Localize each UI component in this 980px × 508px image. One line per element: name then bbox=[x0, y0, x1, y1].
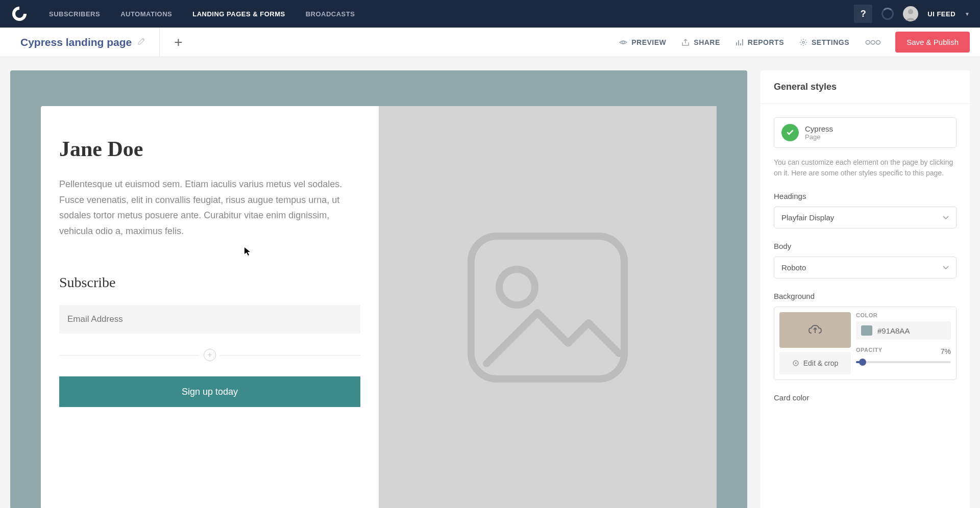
sidebar-title: General styles bbox=[761, 70, 970, 104]
logo[interactable] bbox=[10, 5, 29, 23]
image-placeholder-area[interactable] bbox=[379, 106, 717, 508]
image-placeholder-icon bbox=[466, 231, 629, 384]
nav-subscribers[interactable]: SUBSCRIBERS bbox=[49, 10, 100, 18]
body-value: Roboto bbox=[781, 263, 806, 272]
opacity-value: 7% bbox=[941, 347, 951, 355]
headings-select[interactable]: Playfair Display bbox=[774, 207, 957, 228]
sidebar-body: Cypress Page You can customize each elem… bbox=[761, 104, 970, 421]
email-input[interactable] bbox=[59, 305, 360, 334]
edit-crop-button[interactable]: Edit & crop bbox=[779, 352, 851, 374]
preview-button[interactable]: PREVIEW bbox=[619, 38, 666, 46]
loading-spinner-icon bbox=[881, 8, 894, 20]
color-label: COLOR bbox=[856, 312, 951, 318]
chart-icon bbox=[736, 38, 744, 46]
subscribe-button[interactable]: Sign up today bbox=[59, 376, 360, 407]
chevron-down-icon bbox=[943, 216, 949, 220]
reports-label: REPORTS bbox=[748, 38, 784, 46]
svg-point-1 bbox=[622, 41, 625, 43]
reports-button[interactable]: REPORTS bbox=[736, 38, 784, 46]
page-title: Cypress landing page bbox=[20, 36, 132, 48]
settings-button[interactable]: SETTINGS bbox=[799, 38, 849, 46]
add-page-button[interactable]: + bbox=[174, 34, 182, 50]
card: Jane Doe Pellentesque ut euismod sem. Et… bbox=[41, 106, 717, 508]
card-left: Jane Doe Pellentesque ut euismod sem. Et… bbox=[41, 106, 379, 508]
opacity-label: OPACITY bbox=[856, 347, 883, 353]
edit-title-icon[interactable] bbox=[138, 38, 145, 47]
svg-point-0 bbox=[908, 9, 913, 14]
sub-header: Cypress landing page + PREVIEW SHARE REP… bbox=[0, 28, 980, 57]
add-field-button[interactable]: + bbox=[204, 349, 216, 361]
user-menu[interactable]: UI FEED bbox=[927, 10, 955, 18]
chevron-down-icon[interactable]: ▼ bbox=[965, 11, 970, 17]
save-publish-button[interactable]: Save & Publish bbox=[895, 32, 970, 53]
color-swatch bbox=[861, 325, 872, 336]
gear-icon bbox=[799, 38, 807, 46]
color-input[interactable]: #91A8AA bbox=[856, 321, 951, 340]
svg-point-4 bbox=[499, 269, 535, 305]
card-body-text[interactable]: Pellentesque ut euismod sem. Etiam iacul… bbox=[59, 176, 360, 239]
card-color-label: Card color bbox=[774, 393, 957, 402]
help-button[interactable]: ? bbox=[854, 5, 872, 23]
hint-text: You can customize each element on the pa… bbox=[774, 157, 957, 179]
sidebar: General styles Cypress Page You can cust… bbox=[761, 70, 970, 508]
share-label: SHARE bbox=[694, 38, 720, 46]
nav-landing-pages[interactable]: LANDING PAGES & FORMS bbox=[192, 10, 285, 18]
cursor-icon bbox=[244, 247, 251, 256]
nav-right: ? UI FEED ▼ bbox=[854, 5, 970, 23]
upload-icon bbox=[808, 324, 822, 336]
header-actions: PREVIEW SHARE REPORTS SETTINGS ○○○ Save … bbox=[619, 32, 970, 53]
divider bbox=[159, 28, 160, 57]
check-icon bbox=[781, 124, 799, 141]
edit-crop-label: Edit & crop bbox=[803, 359, 838, 367]
svg-point-2 bbox=[802, 41, 804, 43]
avatar[interactable] bbox=[903, 6, 918, 21]
more-button[interactable]: ○○○ bbox=[865, 36, 880, 48]
nav-automations[interactable]: AUTOMATIONS bbox=[120, 10, 172, 18]
background-section: Edit & crop COLOR #91A8AA OPACITY 7% bbox=[774, 307, 957, 380]
template-sub: Page bbox=[805, 133, 833, 141]
slider-knob[interactable] bbox=[859, 359, 866, 366]
headings-label: Headings bbox=[774, 192, 957, 200]
template-name: Cypress bbox=[805, 124, 833, 133]
body-label: Body bbox=[774, 242, 957, 250]
target-icon bbox=[792, 360, 799, 367]
subscribe-heading[interactable]: Subscribe bbox=[59, 274, 360, 291]
opacity-slider[interactable] bbox=[856, 361, 951, 363]
settings-label: SETTINGS bbox=[812, 38, 849, 46]
add-field-divider: + bbox=[59, 349, 360, 361]
canvas[interactable]: Jane Doe Pellentesque ut euismod sem. Et… bbox=[10, 70, 747, 508]
share-icon bbox=[681, 38, 690, 46]
card-heading[interactable]: Jane Doe bbox=[59, 137, 360, 161]
nav-broadcasts[interactable]: BROADCASTS bbox=[306, 10, 355, 18]
headings-value: Playfair Display bbox=[781, 213, 834, 222]
template-selector[interactable]: Cypress Page bbox=[774, 117, 957, 148]
chevron-down-icon bbox=[943, 266, 949, 270]
color-value: #91A8AA bbox=[877, 326, 910, 335]
svg-point-6 bbox=[795, 363, 796, 364]
body-select[interactable]: Roboto bbox=[774, 257, 957, 278]
top-nav: SUBSCRIBERS AUTOMATIONS LANDING PAGES & … bbox=[0, 0, 980, 28]
background-label: Background bbox=[774, 292, 957, 300]
share-button[interactable]: SHARE bbox=[681, 38, 720, 46]
nav-items: SUBSCRIBERS AUTOMATIONS LANDING PAGES & … bbox=[49, 10, 854, 18]
eye-icon bbox=[619, 38, 627, 46]
background-upload[interactable] bbox=[779, 312, 851, 348]
preview-label: PREVIEW bbox=[631, 38, 666, 46]
main: Jane Doe Pellentesque ut euismod sem. Et… bbox=[0, 57, 980, 508]
